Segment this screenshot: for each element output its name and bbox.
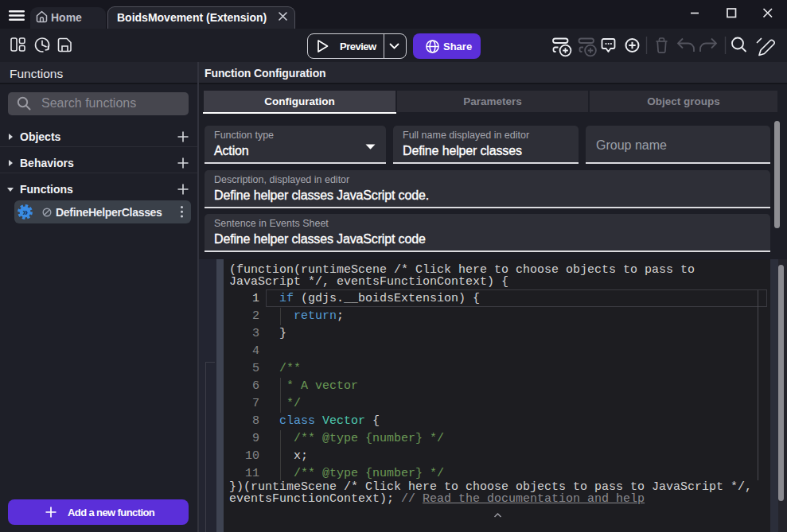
svg-text:»: »: [22, 207, 28, 218]
